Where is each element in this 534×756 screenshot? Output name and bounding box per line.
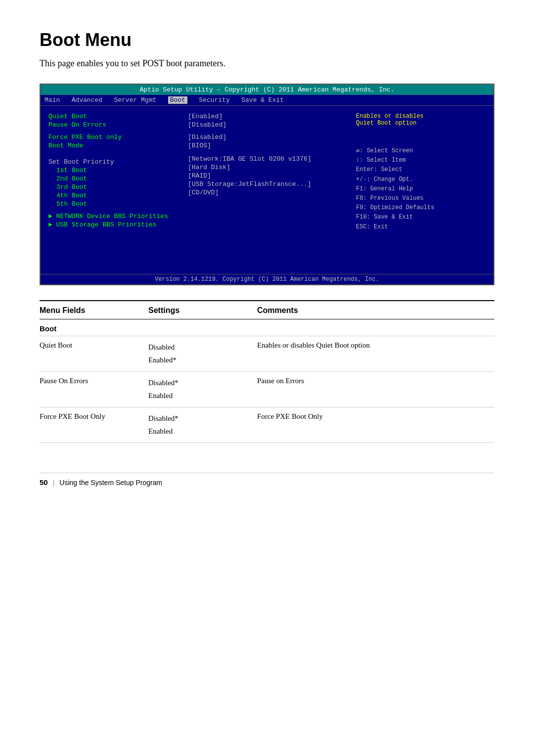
bios-title-bar: Aptio Setup Utility – Copyright (C) 2011… [41, 85, 493, 95]
menu-item-server: Server Mgmt [114, 96, 156, 104]
setting-enabled: Enabled [148, 390, 257, 402]
bios-item-boot-mode: Boot Mode [48, 142, 176, 149]
bios-val-5th-boot: [CD/DVD] [188, 189, 348, 196]
footer-separator: | [53, 479, 55, 487]
bios-item-1st-boot: 1st Boot [48, 167, 176, 174]
bios-val-quiet-boot: [Enabled] [188, 113, 348, 120]
settings-pause-on-errors: Disabled Enabled [148, 376, 257, 403]
bios-body: Quiet Boot Pause On Errors Force PXE Boo… [41, 106, 493, 274]
bios-item-quiet-boot: Quiet Boot [48, 113, 176, 120]
menu-item-advanced: Advanced [72, 96, 102, 104]
menu-item-security: Security [199, 96, 229, 104]
bios-val-boot-mode: [BIOS] [188, 142, 348, 149]
menu-fields-table: Menu Fields Settings Comments Boot Quiet… [40, 300, 494, 443]
bios-footer: Version 2.14.1219. Copyright (C) 2011 Am… [41, 274, 493, 284]
table-row-pause-on-errors: Pause On Errors Disabled Enabled Pause o… [40, 372, 494, 407]
bios-item-2nd-boot: 2nd Boot [48, 175, 176, 182]
setting-disabled-starred-2: Disabled [148, 412, 257, 425]
bios-item-4th-boot: 4th Boot [48, 192, 176, 199]
bios-val-pause-on-errors: [Disabled] [188, 121, 348, 129]
bios-val-1st-boot: [Network:IBA GE Slot 0200 v1376] [188, 155, 348, 163]
bios-right-column: Enables or disablesQuiet Boot option ⇄: … [352, 111, 493, 269]
col-header-comments: Comments [257, 306, 494, 315]
settings-force-pxe: Disabled Enabled [148, 411, 257, 439]
bios-menu-bar: Main Advanced Server Mgmt Boot Security … [41, 95, 493, 106]
col-header-menu-fields: Menu Fields [40, 306, 148, 315]
page-subtitle: This page enables you to set POST boot p… [40, 58, 494, 69]
bios-item-set-boot-priority: Set Boot Priority [48, 158, 176, 166]
bios-help-text: Enables or disablesQuiet Boot option [356, 113, 490, 127]
bios-val-4th-boot: [USB Storage:JetFlashTransce...] [188, 180, 348, 188]
bios-item-network-bbs: ► NETWORK Device BBS Priorities [48, 213, 176, 220]
bios-item-force-pxe: Force PXE Boot only [48, 133, 176, 141]
bios-item-3rd-boot: 3rd Boot [48, 183, 176, 191]
bios-item-5th-boot: 5th Boot [48, 200, 176, 208]
setting-enabled-starred: Enabled [148, 354, 257, 367]
bios-val-2nd-boot: [Hard Disk] [188, 164, 348, 171]
settings-quiet-boot: Disabled Enabled [148, 340, 257, 367]
comment-pause-on-errors: Pause on Errors [257, 376, 494, 386]
field-quiet-boot: Quiet Boot [40, 340, 148, 351]
bios-val-force-pxe: [Disabled] [188, 133, 348, 141]
menu-item-boot: Boot [168, 96, 187, 104]
page-footer: 50 | Using the System Setup Program [40, 473, 494, 487]
bios-screen: Aptio Setup Utility – Copyright (C) 2011… [40, 84, 494, 285]
col-header-settings: Settings [148, 306, 257, 315]
comment-force-pxe: Force PXE Boot Only [257, 411, 494, 422]
table-section-boot: Boot [40, 319, 494, 336]
setting-disabled-starred: Disabled [148, 377, 257, 390]
table-header-row: Menu Fields Settings Comments [40, 301, 494, 319]
menu-item-main: Main [44, 96, 60, 104]
table-row-force-pxe: Force PXE Boot Only Disabled Enabled For… [40, 407, 494, 443]
bios-item-pause-on-errors: Pause On Errors [48, 121, 176, 129]
field-pause-on-errors: Pause On Errors [40, 376, 148, 386]
comment-quiet-boot: Enables or disables Quiet Boot option [257, 340, 494, 351]
field-force-pxe: Force PXE Boot Only [40, 411, 148, 422]
footer-text: Using the System Setup Program [59, 479, 162, 487]
bios-val-3rd-boot: [RAID] [188, 172, 348, 179]
bios-middle-column: [Enabled] [Disabled] [Disabled] [BIOS] [… [184, 111, 352, 269]
table-row-quiet-boot: Quiet Boot Disabled Enabled Enables or d… [40, 336, 494, 372]
setting-enabled-2: Enabled [148, 425, 257, 438]
bios-key-help: ⇄: Select Screen ↕: Select Item Enter: S… [356, 146, 490, 232]
page-number: 50 [40, 478, 48, 487]
bios-left-column: Quiet Boot Pause On Errors Force PXE Boo… [41, 111, 184, 269]
setting-disabled: Disabled [148, 341, 257, 354]
menu-item-save: Save & Exit [241, 96, 284, 104]
page-title: Boot Menu [40, 30, 494, 50]
bios-item-usb-bbs: ► USB Storage BBS Priorities [48, 221, 176, 228]
